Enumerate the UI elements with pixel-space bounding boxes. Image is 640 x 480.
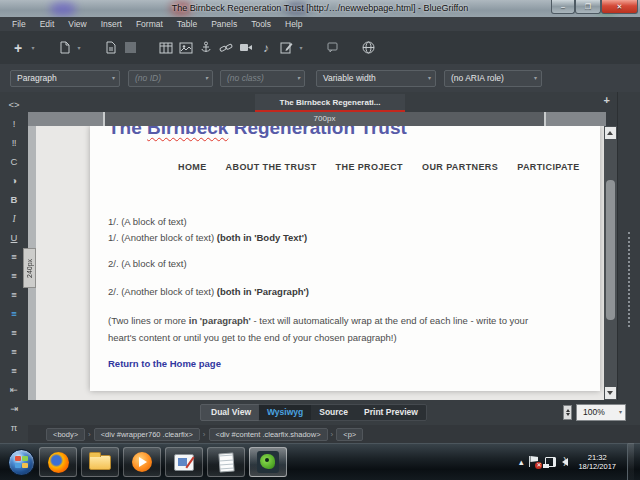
italic-icon[interactable]: I [0, 210, 28, 229]
document-page[interactable]: The Birnbeck Regeneration Trust HOME ABO… [90, 126, 600, 391]
breadcrumb-p[interactable]: <p> [336, 428, 363, 441]
width-mode-select[interactable]: Variable width▾ [316, 70, 436, 87]
paragraph-format-value: Paragraph [17, 73, 57, 83]
insert-comment-icon[interactable] [322, 38, 342, 58]
nav-about-the-trust[interactable]: ABOUT THE TRUST [226, 162, 317, 172]
hidden-icons-icon[interactable]: ▴ [519, 457, 524, 467]
chevron-down-icon: ▾ [205, 71, 208, 86]
justify-icon[interactable]: ≡ [0, 362, 28, 381]
print-preview-tab[interactable]: Print Preview [356, 405, 426, 420]
nav-home[interactable]: HOME [178, 162, 207, 172]
breadcrumb-wrapper-div[interactable]: <div #wrapper760 .clearfix> [94, 428, 200, 441]
align-center-icon[interactable]: ≡ [0, 324, 28, 343]
indent-icon[interactable]: ⇥ [0, 400, 28, 419]
emphasis-icon[interactable]: ! [0, 115, 28, 134]
add-dropdown-icon[interactable]: ▾ [28, 38, 38, 58]
insert-audio-icon[interactable]: ♪ [256, 38, 276, 58]
class-value: (no class) [227, 73, 264, 83]
bold-icon[interactable]: B [0, 191, 28, 210]
insert-anchor-icon[interactable] [196, 38, 216, 58]
new-document-icon[interactable] [54, 38, 74, 58]
start-button[interactable] [8, 449, 35, 476]
color-picker-icon[interactable]: ◑ [0, 172, 28, 191]
new-document-dropdown-icon[interactable]: ▾ [74, 38, 84, 58]
zoom-level-select[interactable]: 100%▾ [576, 404, 626, 421]
body-text-line[interactable]: 2/. (Another block of text) (both in 'Pa… [108, 286, 309, 297]
edit-form-dropdown-icon[interactable]: ▾ [296, 38, 306, 58]
insert-link-icon[interactable] [216, 38, 236, 58]
align-left-icon[interactable]: ≡ [0, 305, 28, 324]
menu-file[interactable]: File [6, 17, 32, 31]
math-icon[interactable]: π [0, 419, 28, 438]
body-text-line[interactable]: 1/. (A block of text) [108, 216, 187, 227]
volume-icon[interactable] [562, 458, 568, 466]
wysiwyg-tab[interactable]: Wysiwyg [259, 405, 311, 420]
menu-format[interactable]: Format [130, 17, 169, 31]
insert-table-icon[interactable] [156, 38, 176, 58]
document-heading[interactable]: The Birnbeck Regeneration Trust [108, 126, 407, 139]
taskbar-notepad[interactable] [207, 447, 245, 477]
menu-panels[interactable]: Panels [205, 17, 243, 31]
taskbar-firefox[interactable] [39, 447, 77, 477]
editor-viewport[interactable]: The Birnbeck Regeneration Trust HOME ABO… [36, 126, 604, 400]
nav-participate[interactable]: PARTICIPATE [517, 162, 579, 172]
breadcrumb-content-div[interactable]: <div #content .clearfix.shadow> [209, 428, 328, 441]
body-text: 1/. (Another block of text) [108, 232, 217, 243]
title-bar[interactable]: The Birnbeck Regeneration Trust [http:/…… [0, 0, 640, 17]
body-text-line[interactable]: 2/. (A block of text) [108, 258, 187, 269]
action-center-flag-icon[interactable] [529, 456, 539, 467]
insert-image-icon[interactable] [176, 38, 196, 58]
code-icon[interactable]: C [0, 153, 28, 172]
paint-icon [174, 454, 194, 471]
aria-role-select[interactable]: (no ARIA role)▾ [444, 70, 542, 87]
vertical-scrollbar[interactable] [604, 126, 617, 400]
taskbar-clock[interactable]: 21:32 18/12/2017 [578, 453, 616, 471]
menu-edit[interactable]: Edit [34, 17, 61, 31]
new-tab-icon[interactable]: + [604, 94, 610, 106]
scroll-down-icon[interactable] [605, 387, 616, 399]
maximize-button[interactable]: ❐ [575, 0, 601, 14]
class-select[interactable]: (no class)▾ [220, 70, 305, 87]
body-paragraph[interactable]: (Two lines or more in 'paragraph' - text… [108, 312, 548, 346]
show-desktop-button[interactable] [627, 443, 634, 480]
strong-emphasis-icon[interactable]: ‼ [0, 134, 28, 153]
source-tab[interactable]: Source [311, 405, 356, 420]
body-text-line[interactable]: 1/. (Another block of text) (both in 'Bo… [108, 232, 307, 243]
definition-list-icon[interactable]: ≡ [0, 286, 28, 305]
menu-help[interactable]: Help [279, 17, 308, 31]
splitter-grip[interactable] [628, 232, 630, 327]
align-right-icon[interactable]: ≡ [0, 343, 28, 362]
menu-tools[interactable]: Tools [245, 17, 277, 31]
taskbar-file-explorer[interactable] [81, 447, 119, 477]
add-icon[interactable]: + [8, 38, 28, 58]
body-text: (Two lines or more [108, 315, 189, 326]
nav-our-partners[interactable]: OUR PARTNERS [422, 162, 498, 172]
outdent-icon[interactable]: ⇤ [0, 381, 28, 400]
paragraph-format-select[interactable]: Paragraph▾ [10, 70, 120, 87]
preview-in-browser-icon[interactable] [358, 38, 378, 58]
zoom-stepper[interactable] [563, 405, 572, 420]
menu-view[interactable]: View [62, 17, 92, 31]
source-markup-icon[interactable]: <> [0, 96, 28, 115]
breadcrumb-body[interactable]: <body> [46, 428, 85, 441]
menu-insert[interactable]: Insert [95, 17, 128, 31]
insert-video-icon[interactable] [236, 38, 256, 58]
dual-view-button[interactable]: Dual View [200, 404, 262, 421]
id-select[interactable]: (no ID)▾ [128, 70, 213, 87]
nav-the-project[interactable]: THE PROJECT [336, 162, 403, 172]
scroll-up-icon[interactable] [605, 127, 616, 139]
menu-table[interactable]: Table [171, 17, 203, 31]
tab-birnbeck[interactable]: The Birnbeck Regenerati... [255, 94, 405, 112]
minimize-button[interactable]: ‒ [551, 0, 575, 14]
underline-icon[interactable]: U [0, 229, 28, 248]
save-document-icon[interactable] [100, 38, 120, 58]
edit-form-icon[interactable] [276, 38, 296, 58]
main-toolbar: + ▾ ▾ ♪ ▾ [0, 31, 640, 64]
panel-splitter[interactable] [617, 92, 640, 443]
taskbar-paint[interactable] [165, 447, 203, 477]
home-page-link[interactable]: Return to the Home page [108, 358, 221, 369]
taskbar-media-player[interactable] [123, 447, 161, 477]
close-button[interactable]: ✕ [601, 0, 638, 14]
taskbar-bluegriffon[interactable] [249, 447, 287, 477]
scrollbar-thumb[interactable] [606, 180, 615, 320]
